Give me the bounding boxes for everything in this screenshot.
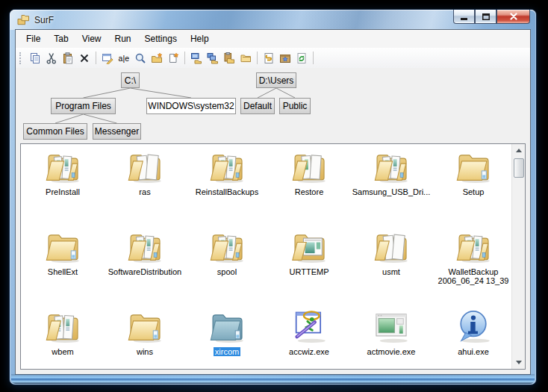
refresh-button[interactable]	[293, 50, 310, 66]
rename-icon: a|e	[118, 52, 130, 64]
scroll-down-button[interactable]	[512, 356, 525, 369]
file-item-urttemp[interactable]: URTTEMP	[268, 226, 350, 306]
menu-item-view[interactable]: View	[75, 31, 108, 46]
tab-node-dusers[interactable]: D:\Users	[256, 72, 296, 88]
folder-full-icon	[43, 148, 82, 187]
file-item-actmovie.exe[interactable]: actmovie.exe	[350, 306, 432, 370]
menu-item-tab[interactable]: Tab	[47, 31, 75, 46]
close-icon	[510, 13, 517, 20]
folder-docs-icon	[372, 228, 411, 267]
file-label: ras	[139, 187, 150, 196]
file-item-ahui.exe[interactable]: ahui.exe	[432, 306, 514, 370]
scroll-thumb[interactable]	[514, 158, 524, 178]
file-item-accwiz.exe[interactable]: accwiz.exe	[268, 306, 350, 370]
network-folder-button[interactable]	[205, 50, 221, 66]
paste-button[interactable]	[60, 50, 76, 66]
file-item-wins[interactable]: wins	[104, 306, 186, 370]
tab-node-common[interactable]: Common Files	[23, 123, 87, 140]
titlebar[interactable]: SurF	[10, 10, 536, 30]
maximize-icon	[482, 13, 490, 20]
copy-folder-icon	[240, 52, 252, 64]
file-label: Setup	[463, 187, 485, 196]
new-file-button[interactable]	[165, 50, 181, 66]
file-label: wins	[137, 347, 153, 356]
file-label: WalletBackup 2006_06_24 13_39	[438, 267, 509, 285]
paste-folder-button[interactable]	[221, 50, 237, 66]
folder-full2-icon	[43, 308, 82, 346]
file-item-walletbackup[interactable]: WalletBackup 2006_06_24 13_39	[432, 226, 514, 306]
file-item-usmt[interactable]: usmt	[350, 226, 432, 306]
toolbar-separator	[313, 52, 314, 64]
file-item-spool[interactable]: spool	[186, 226, 268, 306]
minimize-button[interactable]	[453, 10, 475, 24]
file-item-xircom[interactable]: xircom	[186, 306, 268, 370]
tab-node-c[interactable]: C:\	[121, 72, 140, 88]
file-grid: PreInstallrasReinstallBackupsRestoreSams…	[22, 146, 511, 370]
folder-docs-icon	[125, 148, 164, 187]
script-button[interactable]	[261, 50, 277, 66]
file-label: accwiz.exe	[289, 347, 329, 356]
toolbar-separator	[96, 52, 96, 64]
desktop: { "window": { "title": "SurF", "app_icon…	[0, 0, 548, 392]
menu-bar: FileTabViewRunSettingsHelp	[16, 30, 530, 48]
exe-info-icon	[454, 308, 493, 346]
folder-empty-icon	[454, 148, 493, 187]
search-button[interactable]	[132, 50, 149, 66]
folder-empty-icon	[43, 228, 82, 267]
delete-button[interactable]	[76, 50, 93, 66]
archive-star-button[interactable]	[277, 50, 293, 66]
close-button[interactable]	[496, 10, 530, 24]
tab-node-messenger[interactable]: Messenger	[93, 123, 141, 140]
file-item-samsung_usb_dri...[interactable]: Samsung_USB_Dri...	[350, 146, 432, 226]
file-item-ras[interactable]: ras	[104, 146, 186, 226]
folder-full-icon	[125, 228, 164, 267]
copy-button[interactable]	[27, 50, 43, 66]
paste-icon	[62, 52, 74, 64]
app-window: SurF FileTabViewRunSettingsHelp a|e C:\D…	[10, 10, 536, 385]
vertical-scrollbar[interactable]	[511, 144, 525, 369]
file-label: xircom	[214, 347, 240, 356]
menu-item-run[interactable]: Run	[108, 31, 138, 46]
file-label: PreInstall	[46, 187, 80, 196]
file-item-wbem[interactable]: wbem	[22, 306, 104, 370]
exe-movie-icon	[372, 308, 411, 346]
menu-item-settings[interactable]: Settings	[138, 31, 184, 46]
scroll-up-icon	[516, 149, 522, 152]
tab-node-pf[interactable]: Program Files	[51, 98, 116, 114]
scroll-up-button[interactable]	[512, 144, 525, 157]
script-icon	[263, 52, 275, 64]
rename-button[interactable]: a|e	[116, 50, 132, 66]
file-item-restore[interactable]: Restore	[268, 146, 350, 226]
file-label: spool	[217, 267, 237, 276]
file-label: Samsung_USB_Dri...	[352, 187, 431, 196]
copy-folder-button[interactable]	[237, 50, 254, 66]
file-item-softwaredistribution[interactable]: SoftwareDistribution	[104, 226, 186, 306]
folder-full-icon	[372, 148, 411, 187]
cut-icon	[46, 52, 57, 64]
window-controls	[453, 10, 530, 24]
tab-node-sys32[interactable]: WINDOWS\system32	[146, 98, 236, 114]
archive-star-icon	[279, 52, 291, 64]
menu-item-help[interactable]: Help	[184, 31, 216, 46]
menu-item-file[interactable]: File	[19, 31, 47, 46]
file-label: usmt	[382, 267, 400, 276]
new-folder-button[interactable]	[149, 50, 165, 66]
file-item-setup[interactable]: Setup	[432, 146, 514, 226]
tab-tree: C:\D:\UsersProgram FilesWINDOWS\system32…	[16, 68, 530, 143]
file-item-shellext[interactable]: ShellExt	[22, 226, 104, 306]
file-label: ReinstallBackups	[196, 187, 258, 196]
toolbar-grip[interactable]	[19, 52, 24, 64]
file-item-preinstall[interactable]: PreInstall	[22, 146, 104, 226]
new-file-icon	[167, 52, 179, 64]
cut-button[interactable]	[43, 50, 60, 66]
file-label: ahui.exe	[458, 347, 489, 356]
computer-folder-button[interactable]	[188, 50, 205, 66]
app-icon	[17, 14, 30, 25]
svg-text:a|e: a|e	[119, 54, 130, 63]
file-item-reinstallbackups[interactable]: ReinstallBackups	[186, 146, 268, 226]
properties-button[interactable]	[99, 50, 116, 66]
tab-node-public[interactable]: Public	[279, 98, 311, 114]
tab-node-default[interactable]: Default	[240, 98, 275, 114]
maximize-button[interactable]	[475, 10, 496, 24]
file-label: URTTEMP	[290, 267, 329, 276]
